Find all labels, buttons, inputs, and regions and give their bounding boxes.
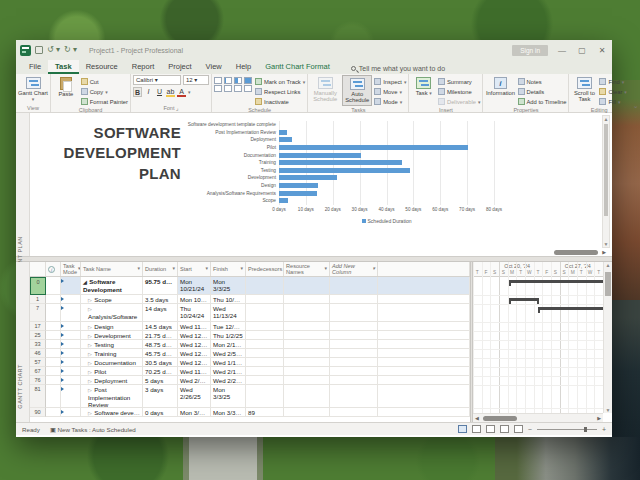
- column-header-row-number[interactable]: [30, 262, 46, 276]
- summary-task-bar[interactable]: [538, 307, 603, 310]
- column-header-resource-names[interactable]: Resource Names▾: [284, 262, 330, 276]
- start-cell[interactable]: Wed 12/4/24: [178, 331, 211, 340]
- scroll-down-icon[interactable]: ▼: [604, 407, 612, 413]
- scroll-down-icon[interactable]: ▼: [603, 241, 609, 247]
- resource-names-cell[interactable]: [284, 277, 330, 295]
- table-row[interactable]: 33▷ Testing48.75 daysWed 12/4/24Mon 2/10…: [30, 340, 470, 349]
- expand-triangle-icon[interactable]: ▷: [88, 378, 93, 384]
- resource-names-cell[interactable]: [284, 295, 330, 304]
- tell-me-search[interactable]: Tell me what you want to do: [351, 65, 445, 74]
- column-header-finish[interactable]: Finish▾: [211, 262, 246, 276]
- task-name-cell[interactable]: ▷ Development: [81, 331, 143, 340]
- finish-cell[interactable]: Thu 10/24/24: [211, 295, 246, 304]
- task-mode-cell[interactable]: [61, 367, 81, 376]
- respect-links-button[interactable]: Respect Links: [255, 87, 305, 96]
- filter-caret-icon[interactable]: ▾: [372, 266, 375, 272]
- predecessors-cell[interactable]: [246, 367, 284, 376]
- zoom-out-icon[interactable]: −: [528, 426, 532, 433]
- timeline-horizontal-scrollbar[interactable]: ◀ ▶: [473, 413, 603, 422]
- tab-project[interactable]: Project: [161, 60, 198, 74]
- start-cell[interactable]: Wed 11/13/24: [178, 322, 211, 331]
- add-new-column-cell[interactable]: [330, 322, 378, 331]
- scroll-up-icon[interactable]: ▲: [603, 116, 609, 122]
- row-number[interactable]: 67: [30, 367, 46, 376]
- table-row[interactable]: 81▷ Post Implementation Review3 daysWed …: [30, 385, 470, 408]
- fill-button[interactable]: Fill ▾: [599, 97, 626, 106]
- predecessors-cell[interactable]: [246, 349, 284, 358]
- summary-button[interactable]: Summary: [438, 77, 481, 86]
- table-row[interactable]: 90▷ Software development template comple…: [30, 408, 470, 417]
- start-cell[interactable]: Wed 12/4/24: [178, 349, 211, 358]
- gantt-vertical-scrollbar[interactable]: ▲ ▼: [603, 262, 612, 413]
- scroll-up-icon[interactable]: ▲: [604, 262, 612, 268]
- maximize-button[interactable]: ▢: [576, 46, 588, 55]
- predecessors-cell[interactable]: [246, 322, 284, 331]
- cut-button[interactable]: Cut: [81, 77, 128, 86]
- inactivate-button[interactable]: Inactivate: [255, 97, 305, 106]
- duration-cell[interactable]: 30.5 days: [143, 358, 178, 367]
- duration-cell[interactable]: 95.75 days: [143, 277, 178, 295]
- task-mode-cell[interactable]: [61, 349, 81, 358]
- add-new-column-cell[interactable]: [330, 408, 378, 417]
- copy-button[interactable]: Copy ▾: [81, 87, 128, 96]
- zoom-in-icon[interactable]: +: [602, 426, 606, 433]
- mode-button[interactable]: Mode ▾: [374, 97, 406, 106]
- row-number[interactable]: 81: [30, 385, 46, 408]
- row-number[interactable]: 0: [30, 277, 46, 295]
- task-usage-view-icon[interactable]: [472, 425, 481, 433]
- report-vertical-scrollbar[interactable]: ▲ ▼: [602, 115, 610, 248]
- add-new-column-cell[interactable]: [330, 376, 378, 385]
- task-name-cell[interactable]: ▷ Deployment: [81, 376, 143, 385]
- finish-cell[interactable]: Wed 11/13/24: [211, 304, 246, 322]
- add-new-column-cell[interactable]: [330, 367, 378, 376]
- gantt-chart-button[interactable]: Gantt Chart ▾: [18, 75, 48, 104]
- table-row[interactable]: 76▷ Deployment5 daysWed 2/19/25Wed 2/26/…: [30, 376, 470, 385]
- row-number[interactable]: 33: [30, 340, 46, 349]
- task-mode-cell[interactable]: [61, 277, 81, 295]
- start-cell[interactable]: Wed 12/4/24: [178, 358, 211, 367]
- row-number[interactable]: 46: [30, 349, 46, 358]
- expand-triangle-icon[interactable]: ▷: [88, 360, 93, 366]
- start-cell[interactable]: Wed 2/19/25: [178, 376, 211, 385]
- gantt-vscroll-thumb[interactable]: [605, 272, 611, 296]
- expand-triangle-icon[interactable]: ▷: [88, 351, 93, 357]
- sign-in-button[interactable]: Sign in: [512, 45, 548, 56]
- percent-0-icon[interactable]: [214, 77, 222, 84]
- paste-button[interactable]: Paste: [53, 75, 79, 106]
- indent-icon[interactable]: [244, 85, 252, 92]
- task-name-cell[interactable]: ▷ Post Implementation Review: [81, 385, 143, 408]
- format-painter-button[interactable]: Format Painter: [81, 97, 128, 106]
- percent-25-icon[interactable]: [224, 77, 232, 84]
- report-hscroll-thumb[interactable]: [554, 250, 598, 255]
- row-number[interactable]: 76: [30, 376, 46, 385]
- details-button[interactable]: Details: [518, 87, 567, 96]
- start-cell[interactable]: Mon 10/21/24: [178, 277, 211, 295]
- unlink-tasks-icon[interactable]: [224, 85, 232, 92]
- font-color-caret[interactable]: ▾: [188, 89, 191, 95]
- team-planner-view-icon[interactable]: [486, 425, 495, 433]
- resource-sheet-view-icon[interactable]: [500, 425, 509, 433]
- finish-cell[interactable]: Wed 1/15/25: [211, 358, 246, 367]
- filter-caret-icon[interactable]: ▾: [137, 266, 140, 272]
- row-number[interactable]: 1: [30, 295, 46, 304]
- timeline-hscroll-thumb[interactable]: [483, 416, 517, 421]
- row-number[interactable]: 7: [30, 304, 46, 322]
- predecessors-cell[interactable]: [246, 385, 284, 408]
- finish-cell[interactable]: Mon 3/3/25: [211, 277, 246, 295]
- finish-cell[interactable]: Mon 3/3/25: [211, 385, 246, 408]
- task-name-cell[interactable]: ▷ Pilot: [81, 367, 143, 376]
- task-name-cell[interactable]: ▷ Design: [81, 322, 143, 331]
- tab-resource[interactable]: Resource: [79, 60, 125, 74]
- tab-report[interactable]: Report: [125, 60, 162, 74]
- finish-cell[interactable]: Wed 2/26/25: [211, 376, 246, 385]
- tab-view[interactable]: View: [199, 60, 229, 74]
- row-number[interactable]: 57: [30, 358, 46, 367]
- column-header-predecessors[interactable]: Predecessors▾: [246, 262, 284, 276]
- column-header-task-mode[interactable]: Task Mode▾: [61, 262, 81, 276]
- summary-task-bar[interactable]: [509, 280, 603, 283]
- expand-triangle-icon[interactable]: ▷: [88, 369, 93, 375]
- expand-triangle-icon[interactable]: ▷: [88, 306, 92, 312]
- task-name-cell[interactable]: ▷ Software development template complete: [81, 408, 143, 417]
- duration-cell[interactable]: 3.5 days: [143, 295, 178, 304]
- tab-file[interactable]: File: [22, 60, 48, 74]
